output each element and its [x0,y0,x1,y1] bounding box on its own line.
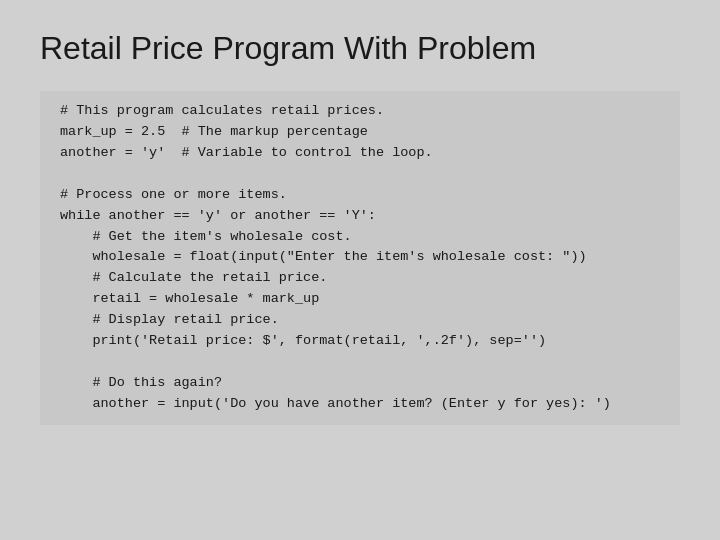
code-block: # This program calculates retail prices.… [40,91,680,425]
page-title: Retail Price Program With Problem [40,30,680,67]
code-line-1: # This program calculates retail prices.… [60,103,611,411]
page-container: Retail Price Program With Problem # This… [0,0,720,540]
